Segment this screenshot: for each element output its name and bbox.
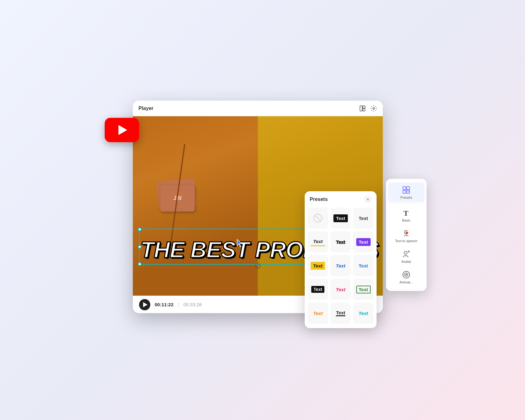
preset-text-blue-bold: Text <box>359 263 368 268</box>
time-separator: | <box>178 302 179 307</box>
preset-cell-cyan[interactable]: Text <box>353 302 373 324</box>
preset-cell-green[interactable]: Text <box>353 279 373 300</box>
player-titlebar: Player <box>133 101 383 116</box>
sidebar-divider-1 <box>389 204 423 204</box>
preset-text-orange: Text <box>313 311 322 316</box>
preset-cell-dark-box[interactable]: Text <box>308 279 328 300</box>
preset-cell-outline[interactable]: Text <box>331 231 351 252</box>
handle-bottom-left[interactable] <box>138 262 141 266</box>
preset-text-dark-stripe: Text <box>336 310 345 316</box>
no-preset-icon <box>313 214 322 222</box>
preset-text-purple: Text <box>356 238 371 246</box>
presets-grid: Text Text Text Text Text Text Text <box>305 206 377 328</box>
titlebar-icons <box>359 105 377 112</box>
time-total: 00:33:28 <box>183 302 202 307</box>
sidebar-item-tts[interactable]: Text to speech <box>388 226 425 246</box>
settings-icon[interactable] <box>370 105 377 112</box>
preset-cell-yellow-hl[interactable]: Text <box>308 255 328 276</box>
rotate-handle[interactable] <box>254 262 261 271</box>
sidebar-label-tts: Text to speech <box>395 239 418 243</box>
preset-text-yellow-border: Text <box>311 238 325 246</box>
svg-point-17 <box>406 274 407 275</box>
sidebar-item-presets[interactable]: Presets <box>388 182 425 202</box>
preset-cell-plain[interactable]: Text <box>353 208 373 229</box>
svg-rect-5 <box>407 187 410 190</box>
svg-rect-2 <box>363 108 365 111</box>
svg-rect-6 <box>403 190 406 193</box>
cursor-arrow <box>236 239 243 248</box>
sidebar-label-presets: Presets <box>400 196 412 199</box>
right-sidebar: Presets T Basic Text to speech <box>386 179 427 291</box>
preset-text-outline: Text <box>336 239 345 245</box>
tts-badge <box>406 232 408 234</box>
play-button[interactable] <box>139 299 150 310</box>
preset-text-cyan: Text <box>359 311 368 316</box>
preset-text-green: Text <box>356 286 371 293</box>
preset-cell-yellow-border[interactable]: Text <box>308 231 328 252</box>
scene: Player <box>98 69 427 351</box>
time-current: 00:11:22 <box>155 302 173 307</box>
player-title: Player <box>138 106 359 111</box>
preset-cell-empty[interactable] <box>308 208 328 229</box>
svg-point-11 <box>404 251 407 254</box>
basic-sidebar-icon: T <box>402 208 411 217</box>
person-left <box>133 116 258 298</box>
preset-cell-black-bg[interactable]: Text <box>331 208 351 229</box>
youtube-icon[interactable] <box>105 118 139 142</box>
presets-sidebar-icon <box>402 186 411 194</box>
svg-rect-0 <box>360 106 362 111</box>
preset-cell-purple[interactable]: Text <box>353 231 373 252</box>
presets-panel: Presets × Text Text Text Text Text <box>305 191 377 328</box>
preset-text-black-bg: Text <box>333 214 348 222</box>
preset-cell-orange[interactable]: Text <box>308 302 328 324</box>
animate-sidebar-icon <box>402 270 411 279</box>
svg-point-3 <box>373 108 375 109</box>
sidebar-item-animate[interactable]: Animat... <box>388 267 425 287</box>
svg-text:T: T <box>403 209 408 217</box>
preset-text-yellow-hl: Text <box>311 262 325 270</box>
handle-top-left[interactable] <box>138 228 141 231</box>
preset-text-dark-box: Text <box>311 286 324 293</box>
sidebar-label-basic: Basic <box>402 218 411 222</box>
preset-text-pink: Text <box>336 287 345 292</box>
preset-text-plain: Text <box>359 216 368 221</box>
presets-header: Presets × <box>305 191 377 206</box>
svg-rect-1 <box>363 106 365 108</box>
preset-cell-blue-italic[interactable]: Text <box>331 255 351 276</box>
bag-left <box>160 185 195 212</box>
layout-icon[interactable] <box>359 105 366 112</box>
preset-cell-pink[interactable]: Text <box>331 279 351 300</box>
presets-title: Presets <box>310 197 328 202</box>
preset-cell-blue-bold[interactable]: Text <box>353 255 373 276</box>
presets-close-button[interactable]: × <box>364 196 372 203</box>
svg-rect-4 <box>403 187 406 190</box>
sidebar-item-avatar[interactable]: Avatar <box>388 247 425 267</box>
sidebar-item-basic[interactable]: T Basic <box>388 205 425 225</box>
sidebar-label-animate: Animat... <box>399 280 413 284</box>
avatar-sidebar-icon <box>402 250 411 258</box>
sidebar-label-avatar: Avatar <box>401 260 411 263</box>
preset-cell-dark-stripe[interactable]: Text <box>331 302 351 324</box>
tts-sidebar-icon <box>402 229 411 238</box>
preset-text-blue-italic: Text <box>336 263 345 268</box>
